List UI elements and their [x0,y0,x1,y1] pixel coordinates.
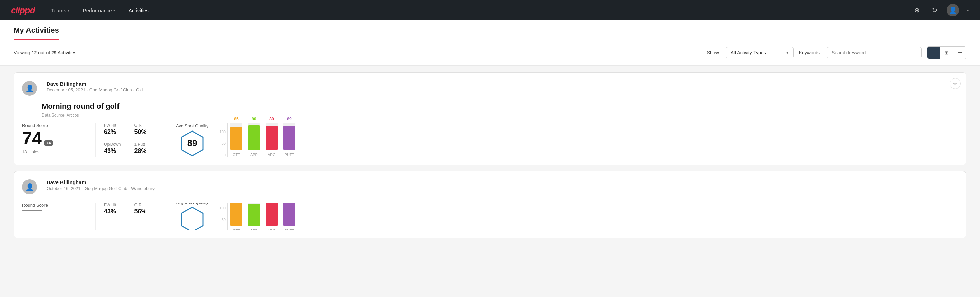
metric-gir: GIR 56% [134,203,157,230]
metric-fw-hit: FW Hit 62% [104,123,126,138]
performance-chevron-icon: ▾ [113,8,115,12]
quality-score-value: 89 [188,138,197,148]
app-logo[interactable]: clippd [11,5,35,16]
quality-hexagon: 89 [178,130,206,157]
filter-bar: Viewing 12 out of 29 Activities Show: Al… [0,40,980,65]
round-score-label: Round Score [22,123,90,128]
activity-type-dropdown[interactable]: All Activity Types ▾ [725,47,794,59]
activity-date: October 16, 2021 - Gog Magog Golf Club -… [46,186,958,191]
keyword-search-input[interactable] [827,47,921,59]
metric-fw-hit: FW Hit 43% [104,203,126,230]
viewing-text: Viewing 12 out of 29 Activities [14,50,702,55]
add-icon[interactable]: ⊕ [912,5,922,16]
data-source: Data Source: Arccos [42,113,958,118]
navbar: clippd Teams ▾ Performance ▾ Activities … [0,0,980,21]
shot-quality-chart: 100 50 0 85 OTT [220,123,298,157]
avatar[interactable]: 👤 [947,4,959,16]
shot-quality-section: Avg Shot Quality 89 100 50 0 [165,123,958,157]
edit-button[interactable]: ✏ [950,78,961,89]
teams-chevron-icon: ▾ [68,8,69,12]
activity-date: December 05, 2021 - Gog Magog Golf Club … [46,87,958,93]
metrics-grid: FW Hit 62% GIR 50% Up/Down 43% 1 Putt 28… [95,123,156,157]
quality-hexagon [178,206,206,230]
metric-1putt: 1 Putt 28% [134,142,157,157]
bar-app-2: 82 APP [248,203,260,230]
activities-content: ✏ 👤 Dave Billingham December 05, 2021 - … [0,65,980,251]
bar-ott: 85 OTT [230,117,242,156]
round-score-section: Round Score 74 +4 18 Holes [22,123,90,157]
svg-marker-1 [181,207,203,230]
metric-updown: Up/Down 43% [104,142,126,157]
avg-shot-quality-label: Avg Shot Quality [176,203,209,204]
activity-card: 👤 Dave Billingham October 16, 2021 - Gog… [14,171,966,238]
page-header: My Activities [0,21,980,40]
bar-arg-2: 106 ARG [266,203,278,230]
metric-gir: GIR 50% [134,123,157,138]
score-value: 74 [22,129,42,147]
holes-count: 18 Holes [22,149,90,154]
avg-shot-quality-label: Avg Shot Quality [176,123,209,128]
activity-type-chevron-icon: ▾ [786,50,789,55]
round-score-label: Round Score [22,203,90,208]
bar-app: 90 APP [248,117,260,156]
keywords-label: Keywords: [799,50,821,55]
nav-icons: ⊕ ↻ 👤 ▾ [912,4,969,16]
round-score-section: Round Score [22,203,90,230]
user-avatar: 👤 [22,179,37,194]
user-avatar: 👤 [22,81,37,96]
page-title: My Activities [14,26,59,40]
bar-ott-2: 94 OTT [230,203,242,230]
user-name: Dave Billingham [46,179,958,185]
compact-list-view-button[interactable]: ≡ [928,46,940,59]
refresh-icon[interactable]: ↻ [929,5,940,16]
bar-putt: 89 PUTT [283,117,296,156]
grid-view-button[interactable]: ⊞ [940,46,953,59]
score-badge: +4 [45,141,53,146]
show-label: Show: [707,50,720,55]
activity-title: Morning round of golf [42,102,958,111]
shot-quality-chart-2: 100 50 0 94 OTT 82 [220,203,298,230]
nav-activities[interactable]: Activities [123,5,154,16]
nav-teams[interactable]: Teams ▾ [46,5,75,16]
nav-performance[interactable]: Performance ▾ [78,5,121,16]
view-toggle-buttons: ≡ ⊞ ☰ [927,46,966,59]
user-name: Dave Billingham [46,81,958,87]
shot-quality-section: Avg Shot Quality 100 50 0 [165,203,958,230]
avatar-chevron-icon[interactable]: ▾ [967,8,969,13]
list-view-button[interactable]: ☰ [953,46,966,59]
activity-card: ✏ 👤 Dave Billingham December 05, 2021 - … [14,72,966,166]
bar-putt-2: 87 PUTT [283,203,296,230]
bar-arg: 89 ARG [266,117,278,156]
